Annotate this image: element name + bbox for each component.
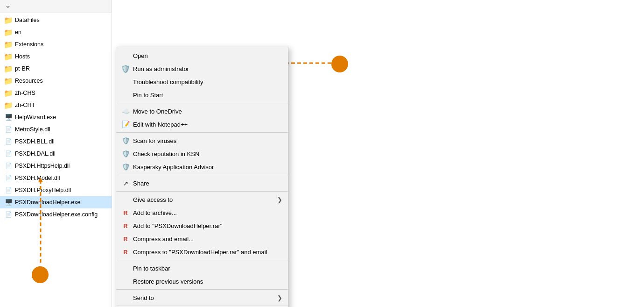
file-item[interactable]: 📁Extensions bbox=[0, 38, 112, 50]
ctx-separator bbox=[116, 191, 288, 192]
file-item[interactable]: 📁en bbox=[0, 26, 112, 38]
file-name: Resources bbox=[15, 78, 43, 84]
file-name: PSXDownloadHelper.exe.config bbox=[15, 211, 98, 218]
ctx-separator bbox=[116, 306, 288, 306]
file-name: zh-CHT bbox=[15, 102, 35, 108]
file-name: Hosts bbox=[15, 53, 30, 60]
dll-icon: 📄 bbox=[4, 186, 13, 195]
ctx-label: Give access to bbox=[133, 196, 173, 203]
file-list: 📁DataFiles📁en📁Extensions📁Hosts📁pt-BR📁Res… bbox=[0, 13, 112, 221]
file-name: pt-BR bbox=[15, 65, 30, 72]
folder-icon: 📁 bbox=[4, 40, 13, 49]
file-item[interactable]: 🖥️PSXDownloadHelper.exe bbox=[0, 196, 112, 208]
dll-icon: 📄 bbox=[4, 125, 13, 134]
folder-icon: 📁 bbox=[4, 100, 13, 110]
ctx-item-reputation[interactable]: 🛡️Check reputation in KSN bbox=[116, 147, 288, 160]
context-menu: Open🛡️Run as administratorTroubleshoot c… bbox=[116, 47, 288, 307]
folder-icon: 📁 bbox=[4, 88, 13, 98]
ctx-separator bbox=[116, 103, 288, 103]
folder-icon: 📁 bbox=[4, 64, 13, 73]
ctx-separator bbox=[116, 260, 288, 260]
folder-icon: 📁 bbox=[4, 28, 13, 37]
file-item[interactable]: 📁pt-BR bbox=[0, 63, 112, 75]
badge-2 bbox=[331, 56, 348, 72]
ctx-label: Pin to Start bbox=[133, 92, 163, 99]
submenu-arrow: ❯ bbox=[277, 294, 282, 301]
folder-icon: 📁 bbox=[4, 15, 13, 25]
file-item[interactable]: 📄PSXDH.Model.dll bbox=[0, 172, 112, 184]
ctx-item-scan[interactable]: 🛡️Scan for viruses bbox=[116, 134, 288, 147]
ctx-label: Scan for viruses bbox=[133, 137, 176, 144]
ctx-icon-share: ↗ bbox=[121, 178, 130, 188]
ctx-item-pin_start[interactable]: Pin to Start bbox=[116, 88, 288, 101]
file-item[interactable]: 📄PSXDH.BLL.dll bbox=[0, 136, 112, 148]
ctx-icon-advisor: 🛡️ bbox=[121, 162, 130, 171]
ctx-separator bbox=[116, 175, 288, 175]
ctx-item-onedrive[interactable]: ☁️Move to OneDrive bbox=[116, 105, 288, 118]
ctx-item-restore_versions[interactable]: Restore previous versions bbox=[116, 275, 288, 288]
ctx-item-share[interactable]: ↗Share bbox=[116, 177, 288, 190]
file-name: PSXDownloadHelper.exe bbox=[15, 199, 80, 206]
file-item[interactable]: 📁Hosts bbox=[0, 50, 112, 63]
ctx-label: Kaspersky Application Advisor bbox=[133, 164, 214, 171]
file-name: PSXDH.Model.dll bbox=[15, 175, 60, 181]
ctx-item-troubleshoot[interactable]: Troubleshoot compatibility bbox=[116, 75, 288, 88]
file-name: PSXDH.DAL.dll bbox=[15, 150, 56, 157]
ctx-item-add_archive[interactable]: RAdd to archive... bbox=[116, 206, 288, 219]
file-explorer: 📁DataFiles📁en📁Extensions📁Hosts📁pt-BR📁Res… bbox=[0, 0, 112, 307]
dll-icon: 📄 bbox=[4, 173, 13, 183]
file-item[interactable]: 📁zh-CHT bbox=[0, 99, 112, 111]
ctx-icon-run_admin: 🛡️ bbox=[121, 64, 130, 73]
file-item[interactable]: 📄PSXDH.DAL.dll bbox=[0, 148, 112, 160]
ctx-item-compress_rar_email[interactable]: RCompress to "PSXDownloadHelper.rar" and… bbox=[116, 245, 288, 258]
exe-icon: 🖥️ bbox=[4, 113, 13, 122]
ctx-label: Edit with Notepad++ bbox=[133, 121, 188, 128]
ctx-label: Run as administrator bbox=[133, 65, 189, 72]
file-item[interactable]: 📄PSXDownloadHelper.exe.config bbox=[0, 208, 112, 221]
file-item[interactable]: 📁DataFiles bbox=[0, 14, 112, 26]
ctx-label: Compress and email... bbox=[133, 236, 194, 243]
file-name: HelpWizard.exe bbox=[15, 114, 56, 121]
ctx-icon-send_to bbox=[121, 293, 130, 302]
ctx-icon-scan: 🛡️ bbox=[121, 136, 130, 145]
ctx-label: Check reputation in KSN bbox=[133, 150, 199, 157]
ctx-item-add_rar[interactable]: RAdd to "PSXDownloadHelper.rar" bbox=[116, 219, 288, 232]
folder-icon: 📁 bbox=[4, 52, 13, 61]
file-name: zh-CHS bbox=[15, 90, 35, 96]
ctx-icon-compress_email: R bbox=[121, 234, 130, 243]
ctx-icon-restore_versions bbox=[121, 277, 130, 286]
file-name: PSXDH.BLL.dll bbox=[15, 138, 55, 145]
file-item[interactable]: 📄PSXDH.ProxyHelp.dll bbox=[0, 184, 112, 196]
ctx-item-pin_taskbar[interactable]: Pin to taskbar bbox=[116, 262, 288, 275]
ctx-label: Add to "PSXDownloadHelper.rar" bbox=[133, 222, 222, 229]
ctx-item-send_to[interactable]: Send to❯ bbox=[116, 291, 288, 304]
file-item[interactable]: 📄MetroStyle.dll bbox=[0, 123, 112, 136]
ctx-item-notepad[interactable]: 📝Edit with Notepad++ bbox=[116, 118, 288, 131]
ctx-item-give_access[interactable]: Give access to❯ bbox=[116, 193, 288, 206]
ctx-label: Open bbox=[133, 52, 148, 59]
file-item[interactable]: 📄PSXDH.HttpsHelp.dll bbox=[0, 160, 112, 172]
ctx-icon-pin_taskbar bbox=[121, 264, 130, 273]
file-item[interactable]: 📁Resources bbox=[0, 75, 112, 87]
ctx-label: Pin to taskbar bbox=[133, 265, 170, 272]
ctx-icon-troubleshoot bbox=[121, 77, 130, 86]
ctx-item-open[interactable]: Open bbox=[116, 49, 288, 62]
ctx-label: Troubleshoot compatibility bbox=[133, 79, 203, 86]
file-name: PSXDH.HttpsHelp.dll bbox=[15, 163, 70, 169]
ctx-label: Add to archive... bbox=[133, 209, 177, 216]
ctx-item-run_admin[interactable]: 🛡️Run as administrator bbox=[116, 62, 288, 75]
ctx-separator bbox=[116, 132, 288, 133]
ctx-label: Share bbox=[133, 180, 149, 187]
file-name: MetroStyle.dll bbox=[15, 126, 50, 133]
annotation-2 bbox=[331, 56, 348, 72]
file-item[interactable]: 🖥️HelpWizard.exe bbox=[0, 111, 112, 123]
ctx-icon-compress_rar_email: R bbox=[121, 247, 130, 257]
ctx-icon-add_rar: R bbox=[121, 221, 130, 230]
ctx-item-advisor[interactable]: 🛡️Kaspersky Application Advisor bbox=[116, 160, 288, 173]
file-item[interactable]: 📁zh-CHS bbox=[0, 87, 112, 99]
ctx-label: Compress to "PSXDownloadHelper.rar" and … bbox=[133, 249, 267, 256]
column-headers bbox=[0, 0, 112, 13]
file-name: en bbox=[15, 29, 21, 36]
folder-icon: 📁 bbox=[4, 76, 13, 86]
ctx-item-compress_email[interactable]: RCompress and email... bbox=[116, 232, 288, 245]
